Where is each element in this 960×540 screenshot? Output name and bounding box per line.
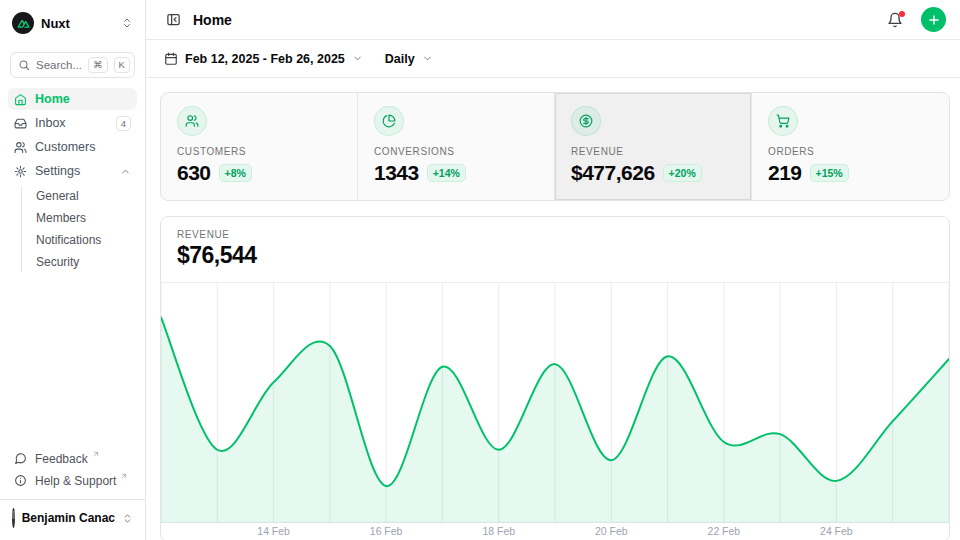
kbd-k: K — [114, 57, 130, 72]
stat-value: 219 — [768, 161, 802, 185]
stat-value: 1343 — [374, 161, 419, 185]
sidebar-item-settings[interactable]: Settings — [8, 160, 137, 182]
stat-label: CONVERSIONS — [374, 146, 538, 157]
chart-metric-label: REVENUE — [177, 229, 933, 240]
chevrons-up-down-icon — [121, 17, 133, 29]
notification-dot — [899, 11, 905, 17]
stat-label: CUSTOMERS — [177, 146, 341, 157]
page-title: Home — [193, 12, 875, 28]
users-icon — [14, 141, 27, 154]
home-icon — [14, 93, 27, 106]
notifications-button[interactable] — [885, 10, 905, 30]
user-name: Benjamin Canac — [22, 511, 115, 525]
chevron-down-icon — [422, 53, 433, 64]
sidebar-nav: Home Inbox 4 Customers Settings — [8, 88, 137, 449]
stat-value: $477,626 — [571, 161, 655, 185]
feedback-link[interactable]: Feedback — [8, 449, 137, 469]
sidebar-item-notifications[interactable]: Notifications — [30, 230, 137, 250]
dashboard-content: CUSTOMERS 630 +8% CONVERSIONS 1343 +14% — [146, 78, 960, 540]
stat-delta-badge: +8% — [219, 164, 252, 182]
stats-strip: CUSTOMERS 630 +8% CONVERSIONS 1343 +14% — [160, 92, 950, 201]
stat-card-conversions[interactable]: CONVERSIONS 1343 +14% — [358, 93, 555, 200]
feedback-label: Feedback — [35, 452, 88, 466]
workspace-switcher[interactable]: Nuxt — [8, 8, 137, 38]
sidebar-footer: Feedback Help & Support Benjamin Canac — [8, 449, 137, 540]
search-placeholder: Search... — [36, 59, 82, 71]
info-circle-icon — [14, 474, 27, 487]
avatar — [12, 508, 15, 528]
stat-delta-badge: +15% — [810, 164, 849, 182]
svg-text:22 Feb: 22 Feb — [708, 526, 741, 537]
external-link-icon — [120, 472, 128, 480]
stat-value: 630 — [177, 161, 211, 185]
app-window: Nuxt Search... ⌘ K Home — [0, 0, 960, 540]
granularity-select[interactable]: Daily — [385, 52, 433, 66]
top-bar: Home — [146, 0, 960, 40]
date-range-value: Feb 12, 2025 - Feb 26, 2025 — [185, 52, 345, 66]
date-range-picker[interactable]: Feb 12, 2025 - Feb 26, 2025 — [164, 52, 363, 66]
users-icon — [177, 106, 207, 136]
revenue-chart-card: REVENUE $76,544 14 Feb16 Feb18 Feb20 Feb… — [160, 216, 950, 540]
message-circle-icon — [14, 452, 27, 465]
plus-icon — [927, 13, 941, 27]
chevron-down-icon — [352, 53, 363, 64]
stat-label: ORDERS — [768, 146, 933, 157]
external-link-icon — [92, 450, 100, 458]
revenue-area-chart[interactable]: 14 Feb16 Feb18 Feb20 Feb22 Feb24 Feb — [161, 283, 949, 540]
pie-chart-icon — [374, 106, 404, 136]
stat-delta-badge: +14% — [427, 164, 466, 182]
sidebar-item-customers[interactable]: Customers — [8, 136, 137, 158]
sidebar-item-label: Inbox — [35, 116, 108, 130]
search-icon — [18, 59, 30, 71]
svg-text:20 Feb: 20 Feb — [595, 526, 628, 537]
svg-text:14 Feb: 14 Feb — [257, 526, 290, 537]
inbox-icon — [14, 117, 27, 130]
shopping-cart-icon — [768, 106, 798, 136]
stat-card-customers[interactable]: CUSTOMERS 630 +8% — [161, 93, 358, 200]
inbox-count-badge: 4 — [116, 116, 131, 131]
filter-toolbar: Feb 12, 2025 - Feb 26, 2025 Daily — [146, 40, 960, 78]
gear-icon — [14, 165, 27, 178]
collapse-sidebar-button[interactable] — [164, 10, 183, 29]
sidebar-item-label: Home — [35, 92, 131, 106]
svg-text:24 Feb: 24 Feb — [820, 526, 853, 537]
stat-card-orders[interactable]: ORDERS 219 +15% — [752, 93, 949, 200]
sidebar: Nuxt Search... ⌘ K Home — [0, 0, 146, 540]
svg-text:18 Feb: 18 Feb — [482, 526, 515, 537]
stat-delta-badge: +20% — [663, 164, 702, 182]
sidebar-item-label: Customers — [35, 140, 131, 154]
calendar-icon — [164, 52, 178, 66]
sidebar-item-general[interactable]: General — [30, 186, 137, 206]
chevrons-up-down-icon — [122, 513, 133, 524]
stat-label: REVENUE — [571, 146, 735, 157]
kbd-meta: ⌘ — [88, 57, 108, 72]
search-input[interactable]: Search... ⌘ K — [10, 52, 135, 78]
sidebar-item-members[interactable]: Members — [30, 208, 137, 228]
chart-plot-area[interactable]: 14 Feb16 Feb18 Feb20 Feb22 Feb24 Feb — [161, 283, 949, 540]
sidebar-item-label: Settings — [35, 164, 112, 178]
stat-card-revenue[interactable]: REVENUE $477,626 +20% — [555, 93, 752, 200]
svg-text:16 Feb: 16 Feb — [370, 526, 403, 537]
chart-metric-value: $76,544 — [177, 242, 933, 269]
help-support-label: Help & Support — [35, 474, 116, 488]
panel-left-close-icon — [166, 12, 181, 27]
add-button[interactable] — [921, 7, 946, 32]
settings-subnav: General Members Notifications Security — [21, 186, 137, 272]
chevron-up-icon — [120, 166, 131, 177]
help-support-link[interactable]: Help & Support — [8, 471, 137, 491]
sidebar-item-security[interactable]: Security — [30, 252, 137, 272]
user-menu[interactable]: Benjamin Canac — [0, 499, 145, 536]
workspace-name: Nuxt — [41, 16, 114, 31]
sidebar-item-home[interactable]: Home — [8, 88, 137, 110]
circle-dollar-icon — [571, 106, 601, 136]
nuxt-logo-icon — [12, 12, 34, 34]
main-area: Home Feb 12, 2025 - Feb 26, 2025 — [146, 0, 960, 540]
granularity-value: Daily — [385, 52, 415, 66]
sidebar-item-inbox[interactable]: Inbox 4 — [8, 112, 137, 134]
chart-header: REVENUE $76,544 — [161, 217, 949, 283]
